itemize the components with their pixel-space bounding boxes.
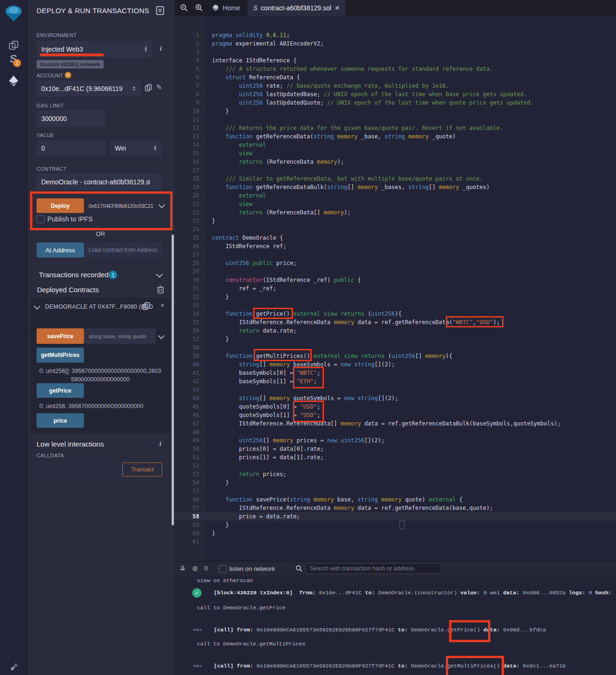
- code-line: 47 IStdReference.ReferenceData[] memory …: [174, 419, 616, 428]
- code-line: 20 external: [174, 191, 616, 200]
- gas-limit-input[interactable]: 3000000: [37, 111, 105, 127]
- call-tag: CALL: [193, 664, 203, 668]
- chevron-down-icon[interactable]: [156, 271, 163, 278]
- line-number: 20: [174, 191, 199, 200]
- collapse-chevron-icon[interactable]: [34, 303, 40, 310]
- publish-ipfs-checkbox[interactable]: [37, 215, 45, 223]
- line-number: 15: [174, 149, 199, 158]
- panel-title: DEPLOY & RUN TRANSACTIONS: [37, 7, 149, 15]
- chevron-down-icon[interactable]: [158, 333, 165, 339]
- value-input[interactable]: 0: [37, 140, 105, 156]
- environment-value: Injected Web3: [41, 46, 83, 53]
- gas-limit-label: GAS LIMIT: [37, 103, 64, 108]
- calldata-input[interactable]: [37, 462, 123, 478]
- zoom-out-icon[interactable]: [180, 4, 188, 12]
- getPrice-button[interactable]: getPrice: [37, 383, 84, 398]
- line-number: 12: [174, 124, 199, 132]
- line-number: 16: [174, 158, 199, 166]
- pending-tx-count: 0: [204, 565, 208, 572]
- close-tab-icon[interactable]: ✕: [335, 4, 340, 12]
- code-line: 51 prices[1] = data[1].rate;: [174, 453, 616, 462]
- code-line: 34 function getPrice() external view ret…: [174, 310, 616, 318]
- contract-instance-title[interactable]: DEMOORACLE AT 0X47F...F8080 (BLO: [45, 303, 153, 310]
- transact-button[interactable]: Transact: [122, 463, 162, 477]
- stepper-icon: ▲▼: [153, 145, 157, 151]
- line-number: 28: [174, 259, 199, 267]
- terminal-entry[interactable]: CALL[call] from: 0x10e8ddeCA8185573e5926…: [214, 663, 566, 669]
- zoom-in-icon[interactable]: [195, 4, 203, 12]
- sign-message-icon[interactable]: ✎: [156, 83, 162, 91]
- line-number: 44: [174, 394, 199, 402]
- at-address-button[interactable]: At Address: [37, 243, 84, 258]
- getMultiPrices-button[interactable]: getMultiPrices: [37, 348, 84, 363]
- clear-console-icon[interactable]: ⊘: [192, 564, 198, 573]
- value-unit-select[interactable]: Wei ▲▼: [110, 140, 162, 156]
- line-number: 8: [174, 90, 199, 99]
- environment-info-icon[interactable]: i: [160, 45, 162, 53]
- documentation-icon[interactable]: [156, 6, 164, 15]
- line-number: 33: [174, 301, 199, 310]
- deploy-run-icon[interactable]: [0, 75, 27, 87]
- account-select[interactable]: 0x10e...dF41C (9.96066119 ▲▼: [37, 81, 141, 97]
- code-line: 41 baseSymbols[0] = "WBTC";: [174, 369, 616, 377]
- line-number: 4: [174, 56, 199, 65]
- add-account-icon[interactable]: +: [65, 72, 71, 78]
- price-button[interactable]: price: [37, 413, 84, 428]
- close-icon[interactable]: ×: [160, 301, 165, 309]
- trash-icon[interactable]: [157, 286, 164, 294]
- savePrice-button[interactable]: savePrice: [37, 328, 84, 344]
- file-explorer-icon[interactable]: [0, 40, 27, 51]
- compiler-badge: 1: [13, 59, 21, 67]
- expand-terminal-icon[interactable]: ⇊: [180, 564, 186, 572]
- low-level-info-icon[interactable]: i: [159, 440, 161, 448]
- deploy-arg-input[interactable]: 0x61704EFB8b8120c03C21: [84, 198, 155, 213]
- success-check-icon: ✓: [192, 588, 202, 598]
- tab-home[interactable]: Home: [206, 0, 246, 16]
- chevron-down-icon[interactable]: [158, 202, 165, 208]
- code-line: 50 prices[0] = data[0].rate;: [174, 445, 616, 453]
- savePrice-args-input[interactable]: string base, string quote: [84, 328, 156, 344]
- terminal-search-input[interactable]: [306, 563, 441, 574]
- transactions-recorded-label: Transactions recorded: [39, 271, 109, 279]
- line-number: 11: [174, 115, 199, 124]
- line-number: 19: [174, 183, 199, 191]
- code-line: 43: [174, 386, 616, 394]
- account-label: ACCOUNT: [37, 73, 63, 78]
- or-divider-label: OR: [27, 230, 174, 237]
- code-line: 3: [174, 48, 616, 56]
- copy-account-icon[interactable]: [145, 84, 152, 91]
- contract-label: CONTRACT: [37, 166, 67, 172]
- contract-select[interactable]: DemoOracle - contract-a60bf38129.s ▲▼: [37, 174, 162, 190]
- line-number: 58: [174, 512, 199, 521]
- code-line: 58 price = data.rate;: [174, 512, 616, 521]
- terminal-entry[interactable]: ✓[block:438228 txIndex:0] from: 0x10e...…: [214, 590, 612, 596]
- listen-network-label: listen on network: [229, 565, 275, 572]
- stepper-icon: ▲▼: [144, 46, 148, 52]
- remix-logo-icon[interactable]: [0, 4, 27, 23]
- line-number: 9: [174, 99, 199, 107]
- code-line: 36 return data.rate;: [174, 326, 616, 335]
- line-number: 25: [174, 234, 199, 242]
- code-line: 35 IStdReference.ReferenceData memory da…: [174, 318, 616, 326]
- line-number: 59: [174, 521, 199, 529]
- code-line: 17: [174, 166, 616, 174]
- deploy-panel: DEPLOY & RUN TRANSACTIONS ENVIRONMENT In…: [27, 0, 174, 675]
- code-line: 53 return prices;: [174, 470, 616, 478]
- calldata-label: CALLDATA: [37, 453, 64, 458]
- deploy-button[interactable]: Deploy: [37, 198, 84, 213]
- line-number: 52: [174, 462, 199, 470]
- tab-contract-file[interactable]: S contract-a60bf38129.sol ✕: [248, 0, 346, 16]
- terminal-entry[interactable]: CALL[call] from: 0x10e8ddeCA8185573e5926…: [214, 627, 546, 633]
- code-line: 2pragma experimental ABIEncoderV2;: [174, 39, 616, 48]
- code-line: 52: [174, 462, 616, 470]
- at-address-input[interactable]: Load contract from Address: [84, 243, 162, 258]
- code-line: 19 function getReferenceDataBulk(string[…: [174, 183, 616, 191]
- panel-scrollbar[interactable]: [172, 235, 174, 525]
- copy-address-icon[interactable]: [143, 302, 150, 310]
- listen-network-checkbox[interactable]: [219, 565, 226, 573]
- code-line: 15 view: [174, 149, 616, 158]
- line-number: 31: [174, 284, 199, 293]
- environment-label: ENVIRONMENT: [37, 32, 77, 38]
- plugin-manager-icon[interactable]: [0, 662, 27, 673]
- code-line: 54 }: [174, 478, 616, 487]
